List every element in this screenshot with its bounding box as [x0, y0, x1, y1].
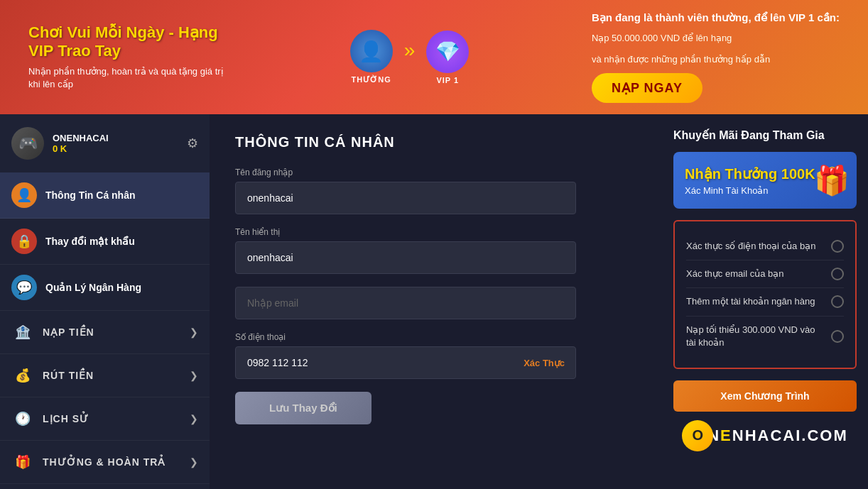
check-email-item: Xác thực email của bạn [686, 260, 844, 288]
banner-subtitle: Nhận phần thưởng, hoàn trả và quà tặng g… [28, 65, 227, 91]
banner-title: Chơi Vui Mỗi Ngày - Hạng VIP Trao Tay [28, 23, 227, 61]
ngan-hang-icon: 💬 [11, 275, 37, 300]
logo-text: NENHACAI.COM [707, 427, 848, 445]
check-deposit-text: Nạp tối thiểu 300.000 VND vào tài khoản [686, 324, 824, 349]
balance-value: 0 [53, 143, 58, 154]
rut-tien-label: RÚT TIỀN [43, 370, 190, 381]
check-bank-text: Thêm một tài khoản ngân hàng [686, 295, 824, 308]
xac-thuc-button[interactable]: Xác Thực [523, 358, 565, 368]
rut-tien-arrow: ❯ [190, 370, 198, 381]
banner-right-sub1: Nạp 50.000.000 VND để lên hạng [592, 31, 840, 45]
nap-tien-arrow: ❯ [190, 326, 198, 338]
promo-banner: Nhận Thưởng 100K Xác Minh Tài Khoản 🎁 [673, 152, 857, 209]
banner-right-title: Bạn đang là thành viên thường, để lên VI… [592, 11, 840, 24]
phone-form-group: Số điện thoại Xác Thực [235, 332, 636, 379]
content-title: THÔNG TIN CÁ NHÂN [235, 134, 636, 150]
logo-area: O NENHACAI.COM [673, 420, 857, 451]
phone-row: Xác Thực [235, 346, 576, 379]
mat-khau-icon: 🔒 [11, 229, 37, 254]
user-details: ONENHACAI 0 K [53, 133, 109, 154]
lich-su-icon: 🕐 [11, 407, 34, 430]
display-name-form-group: Tên hiển thị [235, 227, 636, 274]
check-bank-radio[interactable] [831, 295, 844, 308]
avatar: 🎮 [11, 127, 44, 160]
banner-right: Bạn đang là thành viên thường, để lên VI… [592, 11, 840, 103]
logo-text-group: NENHACAI.COM [707, 427, 848, 445]
save-button[interactable]: Lưu Thay Đổi [235, 392, 371, 424]
sidebar-section-rut-tien[interactable]: 💰 RÚT TIỀN ❯ [0, 354, 210, 397]
check-deposit-radio[interactable] [831, 330, 844, 343]
nap-tien-label: NẠP TIỀN [43, 326, 190, 338]
check-phone-radio[interactable] [831, 240, 844, 253]
thuong-icon: 👤 [350, 30, 393, 72]
sidebar-item-mat-khau[interactable]: 🔒 Thay đổi mật khẩu [0, 219, 210, 265]
vip1-label: VIP 1 [436, 76, 459, 84]
logo-circle: O [682, 420, 713, 451]
sidebar-section-nap-tien[interactable]: 🏦 NẠP TIỀN ❯ [0, 311, 210, 354]
nap-ngay-button[interactable]: NẠP NGAY [592, 73, 702, 103]
sidebar-item-ngan-hang[interactable]: 💬 Quản Lý Ngân Hàng [0, 265, 210, 311]
thong-tin-icon: 👤 [11, 182, 37, 208]
banner-left: Chơi Vui Mỗi Ngày - Hạng VIP Trao Tay Nh… [28, 23, 227, 91]
user-info: 🎮 ONENHACAI 0 K [11, 127, 109, 160]
check-phone-item: Xác thực số điện thoại của bạn [686, 233, 844, 260]
check-deposit-item: Nạp tối thiểu 300.000 VND vào tài khoản [686, 317, 844, 356]
rut-tien-icon: 💰 [11, 364, 34, 387]
display-name-label: Tên hiển thị [235, 227, 636, 237]
check-email-radio[interactable] [831, 268, 844, 280]
sidebar: 🎮 ONENHACAI 0 K ⚙ 👤 Thông Tin Cá nhân 🔒 … [0, 114, 210, 489]
main-layout: 🎮 ONENHACAI 0 K ⚙ 👤 Thông Tin Cá nhân 🔒 … [0, 114, 868, 489]
mat-khau-label: Thay đổi mật khẩu [45, 236, 198, 247]
sidebar-item-thong-tin[interactable]: 👤 Thông Tin Cá nhân [0, 172, 210, 219]
thuong-hoan-tra-icon: 🎁 [11, 451, 34, 473]
balance-display: 0 K [53, 143, 109, 154]
level-vip1: 💎 VIP 1 [426, 31, 469, 84]
settings-icon[interactable]: ⚙ [187, 136, 198, 151]
banner-progress: 👤 THƯỜNG » 💎 VIP 1 [350, 30, 470, 84]
thuong-hoan-tra-label: THƯỞNG & HOÀN TRẢ [43, 456, 190, 468]
thong-tin-label: Thông Tin Cá nhân [45, 189, 198, 201]
banner-right-sub2: và nhận được những phần thưởng hấp dẫn [592, 53, 840, 67]
check-phone-text: Xác thực số điện thoại của bạn [686, 240, 824, 253]
main-content: THÔNG TIN CÁ NHÂN Tên đăng nhập Tên hiển… [210, 114, 662, 489]
username-display: ONENHACAI [53, 133, 109, 143]
level-thuong: 👤 THƯỜNG [350, 30, 393, 84]
nap-tien-icon: 🏦 [11, 321, 34, 344]
checklist-box: Xác thực số điện thoại của bạn Xác thực … [673, 220, 857, 369]
check-bank-item: Thêm một tài khoản ngân hàng [686, 288, 844, 316]
sidebar-section-lich-su[interactable]: 🕐 LỊCH SỬ ❯ [0, 397, 210, 441]
phone-label: Số điện thoại [235, 332, 636, 342]
vip1-icon: 💎 [426, 31, 469, 73]
username-input[interactable] [235, 182, 576, 214]
progress-arrow: » [404, 39, 416, 62]
sidebar-section-thuong-hoan-tra[interactable]: 🎁 THƯỞNG & HOÀN TRẢ ❯ [0, 441, 210, 484]
lich-su-label: LỊCH SỬ [43, 413, 190, 424]
username-form-group: Tên đăng nhập [235, 167, 636, 214]
check-email-text: Xác thực email của bạn [686, 268, 824, 280]
right-sidebar: Khuyến Mãi Đang Tham Gia Nhận Thưởng 100… [662, 114, 868, 489]
display-name-input[interactable] [235, 241, 576, 274]
promo-title: Khuyến Mãi Đang Tham Gia [673, 128, 857, 142]
thuong-label: THƯỜNG [352, 75, 391, 84]
lich-su-arrow: ❯ [190, 413, 198, 424]
banner: Chơi Vui Mỗi Ngày - Hạng VIP Trao Tay Nh… [0, 0, 868, 114]
email-input[interactable] [235, 287, 576, 319]
user-header: 🎮 ONENHACAI 0 K ⚙ [0, 114, 210, 172]
gift-icon: 🎁 [814, 164, 850, 197]
balance-unit: K [60, 143, 67, 154]
thuong-hoan-tra-arrow: ❯ [190, 456, 198, 468]
username-label: Tên đăng nhập [235, 167, 636, 177]
view-program-button[interactable]: Xem Chương Trình [673, 380, 857, 412]
email-form-group [235, 287, 636, 319]
ngan-hang-label: Quản Lý Ngân Hàng [45, 282, 198, 293]
